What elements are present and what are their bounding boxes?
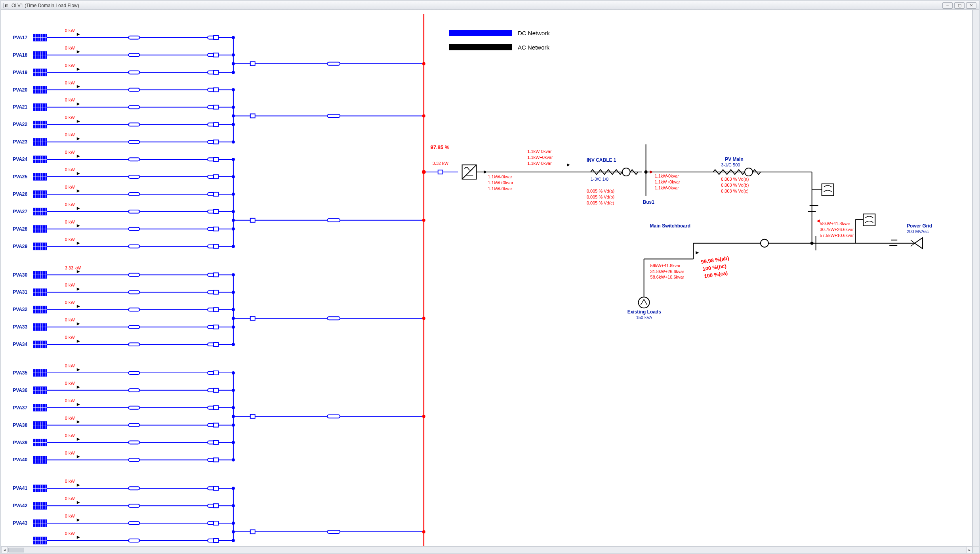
svg-rect-13 — [214, 36, 218, 40]
svg-rect-67 — [129, 105, 140, 109]
svg-point-412 — [232, 317, 235, 320]
hscroll-thumb[interactable] — [8, 548, 24, 552]
scroll-corner — [972, 546, 979, 553]
svg-rect-249 — [129, 343, 140, 346]
svg-rect-137 — [129, 193, 140, 196]
svg-rect-39 — [129, 71, 140, 74]
svg-text:1.1kW-0kvar: 1.1kW-0kvar — [527, 161, 552, 166]
svg-text:0 kW: 0 kW — [65, 300, 75, 305]
svg-rect-153 — [214, 210, 218, 214]
svg-point-400 — [232, 114, 235, 117]
svg-text:0 kW: 0 kW — [65, 63, 75, 68]
svg-point-406 — [232, 219, 235, 222]
svg-point-425 — [422, 530, 425, 533]
svg-text:0 kW: 0 kW — [65, 115, 75, 120]
svg-rect-349 — [214, 486, 218, 490]
svg-text:0.003 % Vd(a): 0.003 % Vd(a) — [721, 177, 749, 181]
svg-rect-377 — [214, 521, 218, 525]
svg-rect-396 — [327, 62, 340, 65]
svg-text:3-1/C 500: 3-1/C 500 — [721, 162, 740, 167]
svg-text:3.33 kW: 3.33 kW — [65, 266, 81, 270]
svg-rect-363 — [214, 504, 218, 508]
svg-rect-125 — [214, 175, 218, 179]
svg-text:PVA20: PVA20 — [13, 87, 27, 93]
svg-text:0 kW: 0 kW — [65, 185, 75, 189]
svg-rect-27 — [214, 53, 218, 57]
svg-text:Bus1: Bus1 — [643, 199, 655, 205]
app-window: ◧ OLV1 (Time Domain Load Flow) – ▢ ✕ PVA… — [1, 1, 979, 553]
svg-text:1.1kW-0kvar: 1.1kW-0kvar — [488, 186, 512, 191]
svg-rect-427 — [250, 530, 255, 534]
horizontal-scrollbar[interactable]: ◂ ▸ — [1, 546, 972, 553]
svg-text:PVA31: PVA31 — [13, 289, 27, 295]
svg-text:PVA22: PVA22 — [13, 122, 27, 127]
svg-rect-223 — [214, 308, 218, 311]
svg-text:PVA19: PVA19 — [13, 70, 27, 75]
svg-rect-181 — [214, 245, 218, 248]
svg-rect-221 — [129, 308, 140, 311]
svg-text:0 kW: 0 kW — [65, 398, 75, 403]
svg-text:PV Main: PV Main — [725, 157, 744, 162]
svg-rect-139 — [214, 192, 218, 196]
svg-point-394 — [232, 62, 235, 65]
svg-rect-375 — [129, 522, 140, 525]
svg-text:PVA23: PVA23 — [13, 139, 27, 145]
svg-rect-123 — [129, 175, 140, 178]
svg-text:31.8kW+26.6kvar: 31.8kW+26.6kvar — [650, 269, 684, 274]
svg-rect-414 — [327, 317, 340, 320]
svg-text:PVA43: PVA43 — [13, 520, 27, 526]
svg-rect-402 — [327, 114, 340, 117]
svg-rect-235 — [129, 325, 140, 329]
svg-text:1.1kW+0kvar: 1.1kW+0kvar — [488, 180, 513, 185]
svg-text:Main Switchboard: Main Switchboard — [650, 223, 690, 229]
svg-rect-293 — [214, 406, 218, 410]
svg-text:PVA34: PVA34 — [13, 342, 27, 347]
svg-text:97.85 %: 97.85 % — [431, 144, 450, 150]
hscroll-track[interactable] — [8, 547, 966, 553]
svg-rect-307 — [214, 423, 218, 427]
svg-point-418 — [232, 415, 235, 418]
svg-text:Power Grid: Power Grid — [907, 223, 932, 229]
minimize-button[interactable]: – — [942, 2, 953, 9]
titlebar[interactable]: ◧ OLV1 (Time Domain Load Flow) – ▢ ✕ — [1, 1, 979, 10]
svg-rect-397 — [250, 62, 255, 66]
svg-text:0.005 % Vd(c): 0.005 % Vd(c) — [587, 201, 614, 205]
svg-text:PVA18: PVA18 — [13, 52, 27, 58]
legend-ac-swatch — [449, 44, 512, 50]
svg-rect-415 — [250, 316, 255, 320]
svg-rect-333 — [129, 458, 140, 461]
legend-dc-label: DC Network — [518, 30, 550, 36]
svg-rect-209 — [214, 290, 218, 294]
maximize-button[interactable]: ▢ — [954, 2, 965, 9]
svg-text:PVA26: PVA26 — [13, 191, 27, 197]
svg-text:0 kW: 0 kW — [65, 363, 75, 368]
svg-rect-109 — [129, 158, 140, 161]
svg-rect-335 — [214, 458, 218, 462]
app-icon: ◧ — [4, 3, 9, 8]
svg-text:0 kW: 0 kW — [65, 80, 75, 85]
svg-rect-265 — [214, 371, 218, 375]
svg-text:1.1kW+0kvar: 1.1kW+0kvar — [655, 180, 681, 184]
vertical-scrollbar[interactable] — [972, 10, 979, 546]
svg-rect-151 — [129, 210, 140, 213]
svg-text:0 kW: 0 kW — [65, 381, 75, 386]
svg-text:3.32 kW: 3.32 kW — [433, 161, 449, 166]
scroll-left-button[interactable]: ◂ — [1, 547, 8, 553]
svg-rect-193 — [129, 273, 140, 277]
svg-point-401 — [422, 114, 425, 117]
svg-text:PVA38: PVA38 — [13, 422, 27, 428]
svg-rect-11 — [129, 36, 140, 39]
scroll-right-button[interactable]: ▸ — [966, 547, 972, 553]
close-button[interactable]: ✕ — [966, 2, 976, 9]
svg-text:PVA42: PVA42 — [13, 503, 27, 508]
svg-rect-251 — [214, 342, 218, 346]
svg-rect-390 — [214, 539, 218, 543]
diagram-canvas[interactable]: PVA170 kWPVA180 kWPVA190 kWPVA200 kWPVA2… — [1, 10, 972, 546]
svg-text:150 kVA: 150 kVA — [636, 315, 652, 320]
svg-rect-409 — [250, 218, 255, 222]
svg-text:0 kW: 0 kW — [65, 335, 75, 340]
svg-text:0 kW: 0 kW — [65, 167, 75, 172]
svg-rect-195 — [214, 273, 218, 277]
svg-text:PVA28: PVA28 — [13, 226, 27, 232]
svg-rect-421 — [250, 415, 255, 418]
